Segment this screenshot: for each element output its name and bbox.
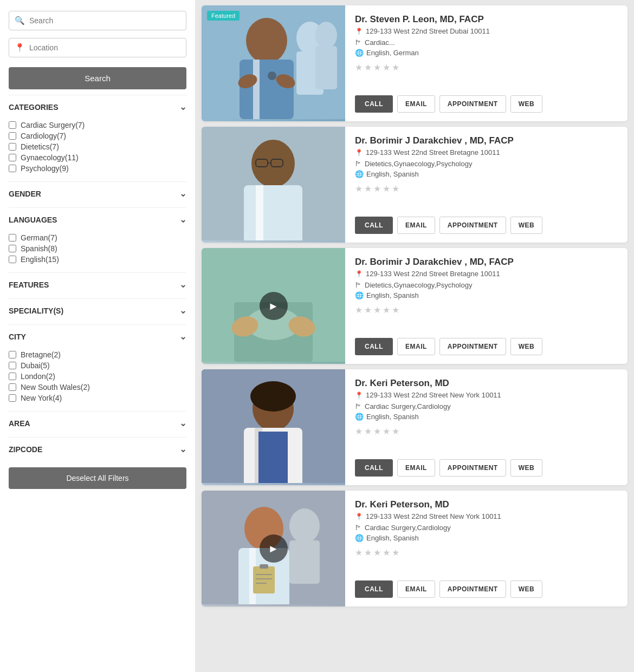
list-item[interactable]: Dubai(5) — [9, 361, 186, 370]
speciality-section-header[interactable]: SPECIALITY(S) ⌄ — [9, 298, 186, 319]
languages-globe-icon: 🌐 — [355, 291, 364, 299]
sidebar: 🔍 📍 Search CATEGORIES ⌄ Cardiac Surgery(… — [0, 0, 195, 672]
play-button-icon[interactable]: ► — [260, 534, 288, 563]
doctor-specialties: 🏱 Cardiac Surgery,Cardiology — [355, 402, 618, 410]
lang-checkbox-english[interactable] — [9, 256, 16, 263]
doctor-info: Dr. Keri Peterson, MD 📍 129-133 West 22n… — [345, 491, 627, 606]
city-checkbox-newyork[interactable] — [9, 394, 16, 402]
list-item[interactable]: London(2) — [9, 372, 186, 381]
list-item[interactable]: Spanish(8) — [9, 244, 186, 253]
star-4: ★ — [383, 62, 390, 73]
web-button[interactable]: WEB — [510, 459, 543, 477]
categories-section-header[interactable]: CATEGORIES ⌄ — [9, 95, 186, 115]
city-chevron-icon: ⌄ — [179, 331, 186, 342]
location-input[interactable] — [29, 43, 180, 52]
appointment-button[interactable]: APPOINTMENT — [439, 580, 506, 598]
call-button[interactable]: CALL — [355, 95, 393, 113]
star-2: ★ — [364, 426, 372, 436]
list-item[interactable]: New South Wales(2) — [9, 383, 186, 392]
doctor-specialties: 🏱 Dietetics,Gynaecology,Psychology — [355, 281, 618, 289]
action-buttons: CALL EMAIL APPOINTMENT WEB — [355, 95, 618, 113]
svg-point-26 — [250, 381, 296, 412]
doctor-card: Featured D — [202, 5, 627, 121]
list-item[interactable]: Bretagne(2) — [9, 350, 186, 359]
star-4: ★ — [383, 305, 390, 315]
list-item[interactable]: Gynaecology(11) — [9, 153, 186, 162]
email-button[interactable]: EMAIL — [397, 459, 435, 477]
gender-label: GENDER — [9, 190, 41, 198]
zipcode-section-header[interactable]: ZIPCODE ⌄ — [9, 437, 186, 458]
star-4: ★ — [383, 184, 390, 194]
category-checkbox-dietetics[interactable] — [9, 143, 16, 151]
email-button[interactable]: EMAIL — [397, 95, 435, 113]
call-button[interactable]: CALL — [355, 580, 393, 598]
gender-section-header[interactable]: GENDER ⌄ — [9, 181, 186, 202]
star-rating: ★ ★ ★ ★ ★ — [355, 62, 618, 73]
web-button[interactable]: WEB — [510, 338, 543, 355]
area-section-header[interactable]: AREA ⌄ — [9, 411, 186, 432]
list-item[interactable]: Cardiology(7) — [9, 132, 186, 140]
languages-chevron-icon: ⌄ — [179, 214, 186, 225]
email-button[interactable]: EMAIL — [397, 217, 435, 234]
star-3: ★ — [373, 184, 381, 194]
category-checkbox-psychology[interactable] — [9, 165, 16, 172]
star-2: ★ — [364, 62, 372, 73]
email-button[interactable]: EMAIL — [397, 580, 435, 598]
languages-section-header[interactable]: LANGUAGES ⌄ — [9, 207, 186, 228]
call-button[interactable]: CALL — [355, 217, 393, 234]
star-4: ★ — [383, 547, 390, 558]
features-section-header[interactable]: FEATURES ⌄ — [9, 272, 186, 293]
specialties-icon: 🏱 — [355, 160, 362, 168]
list-item[interactable]: Cardiac Surgery(7) — [9, 121, 186, 129]
play-button-icon[interactable]: ► — [260, 292, 288, 320]
list-item[interactable]: Psychology(9) — [9, 164, 186, 173]
svg-point-12 — [251, 140, 295, 187]
star-3: ★ — [373, 547, 381, 558]
star-1: ★ — [355, 184, 363, 194]
doctor-languages: 🌐 English, Spanish — [355, 534, 618, 542]
city-checkbox-bretagne[interactable] — [9, 351, 16, 358]
star-3: ★ — [373, 62, 381, 73]
area-label: AREA — [9, 419, 30, 428]
zipcode-chevron-icon: ⌄ — [179, 444, 186, 454]
city-section-header[interactable]: CITY ⌄ — [9, 324, 186, 345]
deselect-all-button[interactable]: Deselect All Filters — [9, 467, 186, 489]
list-item[interactable]: New York(4) — [9, 394, 186, 402]
action-buttons: CALL EMAIL APPOINTMENT WEB — [355, 459, 618, 477]
search-button[interactable]: Search — [9, 67, 186, 89]
lang-checkbox-german[interactable] — [9, 234, 16, 242]
featured-badge: Featured — [207, 11, 240, 21]
web-button[interactable]: WEB — [510, 217, 543, 234]
svg-rect-4 — [315, 46, 337, 89]
svg-point-5 — [246, 18, 287, 63]
web-button[interactable]: WEB — [510, 580, 543, 598]
list-item[interactable]: English(15) — [9, 255, 186, 264]
address-pin-icon: 📍 — [355, 513, 363, 520]
appointment-button[interactable]: APPOINTMENT — [439, 95, 506, 113]
city-checkbox-dubai[interactable] — [9, 362, 16, 369]
appointment-button[interactable]: APPOINTMENT — [439, 217, 506, 234]
city-checkbox-london[interactable] — [9, 373, 16, 380]
svg-rect-32 — [289, 540, 320, 584]
category-checkbox-gynaecology[interactable] — [9, 154, 16, 161]
category-checkbox-cardiology[interactable] — [9, 132, 16, 140]
category-checkbox-cardiac-surgery[interactable] — [9, 121, 16, 129]
appointment-button[interactable]: APPOINTMENT — [439, 338, 506, 355]
doctor-card: ► Dr. Borimir J Darakchiev , MD, FACP 📍 … — [202, 248, 627, 364]
star-rating: ★ ★ ★ ★ ★ — [355, 305, 618, 315]
star-1: ★ — [355, 305, 363, 315]
lang-checkbox-spanish[interactable] — [9, 245, 16, 252]
call-button[interactable]: CALL — [355, 459, 393, 477]
search-input-wrapper: 🔍 — [9, 11, 186, 30]
list-item[interactable]: Dietetics(7) — [9, 142, 186, 151]
city-checkbox-nsw[interactable] — [9, 383, 16, 391]
search-input[interactable] — [29, 16, 180, 25]
doctor-info: Dr. Steven P. Leon, MD, FACP 📍 129-133 W… — [345, 5, 627, 121]
address-pin-icon: 📍 — [355, 392, 363, 399]
email-button[interactable]: EMAIL — [397, 338, 435, 355]
appointment-button[interactable]: APPOINTMENT — [439, 459, 506, 477]
call-button[interactable]: CALL — [355, 338, 393, 355]
star-2: ★ — [364, 305, 372, 315]
web-button[interactable]: WEB — [510, 95, 543, 113]
list-item[interactable]: German(7) — [9, 233, 186, 242]
